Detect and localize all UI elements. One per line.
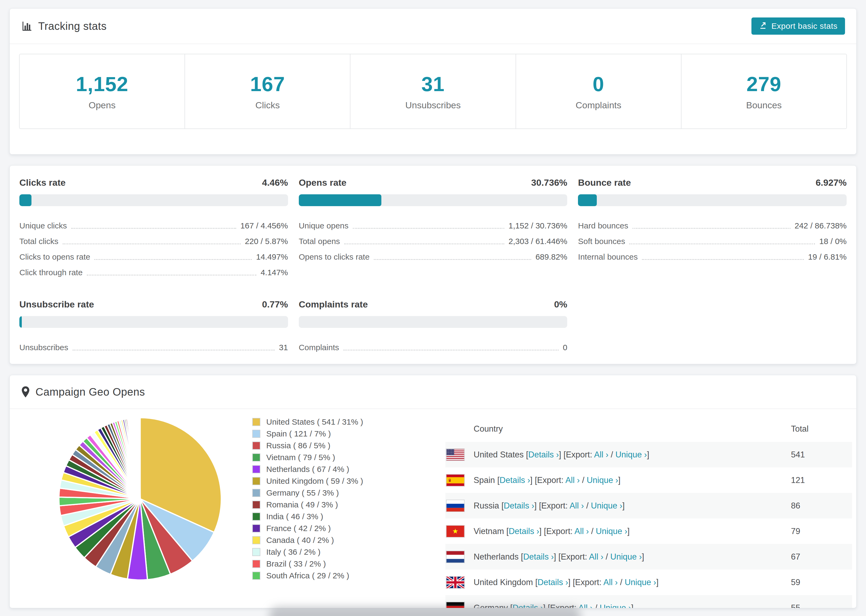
legend-item-south-africa[interactable]: South Africa ( 29 / 2% ) [252,570,363,581]
summary-stat-bounces: 279Bounces [681,54,847,129]
country-name: Vietnam [474,526,506,536]
legend-item-canada[interactable]: Canada ( 40 / 2% ) [252,534,363,546]
rate-row-unsubscribes: Unsubscribes31 [19,340,288,355]
export-basic-stats-button[interactable]: Export basic stats [751,17,845,35]
country-total: 55 [791,603,800,608]
export-unique-link[interactable]: Unique › [615,450,647,459]
dotted-leader [343,350,559,350]
rate-progress-fill [299,194,381,206]
details-link[interactable]: Details › [523,552,554,561]
legend-label: Germany ( 55 / 3% ) [266,488,339,498]
rate-progress-fill [19,316,22,328]
legend-item-spain[interactable]: Spain ( 121 / 7% ) [252,428,363,440]
country-name: Russia [474,501,501,511]
legend-label: Netherlands ( 67 / 4% ) [266,465,349,474]
geo-table-row-united-kingdom: United Kingdom [Details ›] [Export: All … [446,569,852,595]
details-link[interactable]: Details › [504,501,534,511]
export-unique-link[interactable]: Unique › [610,552,642,561]
legend-label: Canada ( 40 / 2% ) [266,536,334,545]
flag-us-icon [446,449,465,461]
country-name: Spain [474,475,497,485]
summary-stat-clicks: 167Clicks [184,54,350,129]
rate-progress-fill [578,194,597,206]
rate-block-bounce-rate: Bounce rate6.927%Hard bounces242 / 86.73… [578,178,847,280]
stat-value: 279 [746,72,781,96]
country-total: 59 [791,578,800,587]
stat-label: Complaints [576,100,621,110]
export-icon [759,21,768,31]
export-unique-link[interactable]: Unique › [600,603,631,608]
dotted-leader [633,228,790,229]
export-unique-link[interactable]: Unique › [596,526,627,536]
export-all-link[interactable]: All › [570,501,584,511]
legend-swatch [252,418,260,426]
page-title: Tracking stats [21,20,107,32]
legend-item-united-kingdom[interactable]: United Kingdom ( 59 / 3% ) [252,475,363,487]
legend-item-india[interactable]: India ( 46 / 3% ) [252,511,363,522]
details-link[interactable]: Details › [509,526,539,536]
rate-row-unique-clicks: Unique clicks167 / 4.456% [19,218,288,234]
export-unique-link[interactable]: Unique › [591,501,622,511]
legend-item-netherlands[interactable]: Netherlands ( 67 / 4% ) [252,464,363,475]
flag-es-icon [446,474,465,486]
geo-table-row-vietnam: Vietnam [Details ›] [Export: All › / Uni… [446,519,852,544]
export-all-link[interactable]: All › [589,552,603,561]
legend-swatch [252,477,260,485]
legend-swatch [252,572,260,580]
legend-item-romania[interactable]: Romania ( 49 / 3% ) [252,499,363,511]
legend-label: Vietnam ( 79 / 5% ) [266,453,335,462]
dotted-leader [374,259,531,260]
details-link[interactable]: Details › [528,450,559,459]
details-link[interactable]: Details › [500,475,531,485]
stat-label: Clicks [255,100,280,110]
rate-progress-bar [19,194,288,206]
export-unique-link[interactable]: Unique › [587,475,618,485]
country-name: United States [474,450,526,459]
export-all-link[interactable]: All › [565,475,579,485]
legend-label: France ( 42 / 2% ) [266,524,331,533]
legend-swatch [252,430,260,438]
page: Tracking stats Export basic stats 1,152O… [9,8,857,608]
tracking-stats-header: Tracking stats Export basic stats [10,9,856,44]
legend-item-vietnam[interactable]: Vietnam ( 79 / 5% ) [252,451,363,464]
legend-item-france[interactable]: France ( 42 / 2% ) [252,522,363,534]
rate-row-hard-bounces: Hard bounces242 / 86.738% [578,218,847,234]
rates-card: Clicks rate4.46%Unique clicks167 / 4.456… [9,165,857,364]
rate-progress-fill [19,194,31,206]
stat-value: 167 [250,72,285,96]
stat-value: 1,152 [76,72,128,96]
stat-value: 0 [593,72,604,96]
export-all-link[interactable]: All › [603,578,617,587]
rate-row-complaints: Complaints0 [299,340,567,355]
bottom-shadow [269,607,581,616]
rate-title: Complaints rate [299,299,368,310]
legend-item-united-states[interactable]: United States ( 541 / 31% ) [252,416,363,428]
geo-content: United States ( 541 / 31% )Spain ( 121 /… [10,409,856,608]
stat-value: 31 [422,72,445,96]
bar-chart-icon [21,20,33,32]
geo-table-row-spain: Spain [Details ›] [Export: All › / Uniqu… [446,467,852,493]
legend-item-brazil[interactable]: Brazil ( 33 / 2% ) [252,558,363,570]
details-link[interactable]: Details › [538,578,568,587]
export-all-link[interactable]: All › [575,526,589,536]
summary-stat-complaints: 0Complaints [516,54,682,129]
country-name: United Kingdom [474,578,535,587]
legend-swatch [252,489,260,497]
legend-item-italy[interactable]: Italy ( 36 / 2% ) [252,546,363,558]
legend-swatch [252,501,260,509]
legend-item-germany[interactable]: Germany ( 55 / 3% ) [252,487,363,499]
export-all-link[interactable]: All › [578,603,592,608]
stat-label: Unsubscribes [405,100,461,110]
rate-block-unsubscribe-rate: Unsubscribe rate0.77%Unsubscribes31 [19,299,288,355]
rate-value: 0.77% [262,299,288,310]
rate-progress-bar [578,194,847,206]
geo-table-row-united-states: United States [Details ›] [Export: All ›… [446,442,852,467]
column-total: Total [791,424,808,434]
legend-swatch [252,536,260,544]
legend-swatch [252,465,260,473]
export-all-link[interactable]: All › [594,450,608,459]
export-unique-link[interactable]: Unique › [625,578,656,587]
rate-progress-bar [19,316,288,328]
summary-stats: 1,152Opens167Clicks31Unsubscribes0Compla… [19,54,847,129]
legend-item-russia[interactable]: Russia ( 86 / 5% ) [252,440,363,451]
